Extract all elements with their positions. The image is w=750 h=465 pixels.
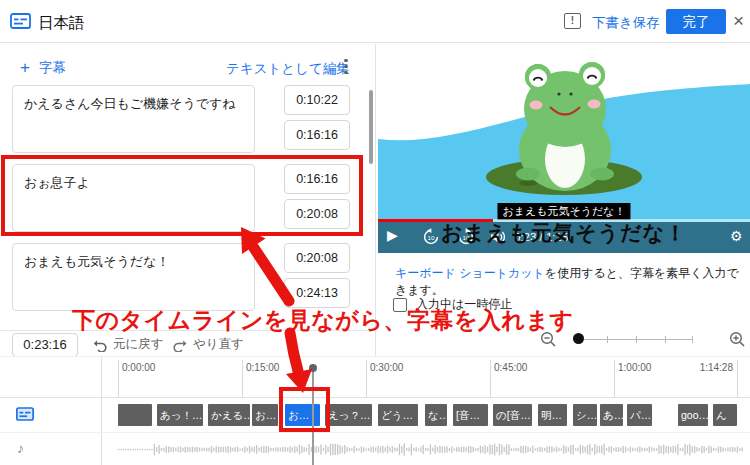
zoom-in-icon[interactable] [729, 331, 746, 348]
pause-while-typing-row: 入力中は一時停止 [393, 296, 512, 313]
zoom-slider-tick [636, 336, 637, 343]
zoom-slider-thumb[interactable] [573, 333, 584, 344]
panel-divider [375, 44, 376, 356]
scrollbar[interactable] [369, 90, 373, 164]
subtitle-times: 0:10:220:16:16 [284, 85, 350, 153]
timeline-segment[interactable]: シ… [573, 404, 597, 426]
timeline-segment[interactable]: な… [425, 404, 447, 426]
ruler-tick-line [490, 360, 491, 397]
timeline-segment[interactable]: どう… [378, 404, 418, 426]
feedback-icon[interactable]: ! [564, 13, 581, 29]
ruler-tick-label: 0:00:00 [122, 362, 155, 373]
subtitle-list: かえるさん今日もご機嫌そうですね0:10:220:16:16おぉ息子よ0:16:… [0, 85, 375, 322]
timeline-segment[interactable]: えっ？… [325, 404, 372, 426]
ruler-tick-label: 1:00:00 [618, 362, 651, 373]
zoom-slider-tick [692, 336, 693, 343]
ruler-tick-line [118, 360, 119, 397]
subtitle-editor-app: 日本語 ! 下書き保存 完了 × +字幕 テキストとして編集 かえるさん今日もご… [0, 0, 750, 465]
ruler-tick-line [366, 360, 367, 397]
start-time-box[interactable]: 0:16:16 [284, 164, 350, 194]
timeline-segment[interactable]: 明… [538, 404, 567, 426]
playhead-handle[interactable] [309, 364, 317, 372]
page-title: 日本語 [38, 13, 85, 34]
redo-button[interactable]: やり直す [173, 336, 244, 353]
zoom-slider-tick [665, 336, 666, 343]
ruler-tick-line [242, 360, 243, 397]
timeline-segment[interactable]: お… [285, 404, 320, 426]
zoom-slider-tick [607, 336, 608, 343]
timeline-segment[interactable]: [音… [453, 404, 488, 426]
pause-checkbox-label: 入力中は一時停止 [416, 296, 512, 313]
subtitle-times: 0:20:080:24:13 [284, 243, 350, 311]
subtitle-entry: おぉ息子よ0:16:160:20:08 [0, 164, 375, 232]
end-time-box[interactable]: 0:16:16 [284, 120, 350, 150]
audio-track-icon: ♪ [17, 440, 24, 456]
subtitle-text-input[interactable]: かえるさん今日もご機嫌そうですね [12, 85, 255, 153]
more-options-icon[interactable] [339, 56, 353, 78]
captions-icon [10, 13, 31, 33]
end-time-box[interactable]: 0:24:13 [284, 278, 350, 308]
ruler-tick-line [614, 360, 615, 397]
current-time-box[interactable]: 0:23:16 [12, 333, 78, 357]
timeline-segment[interactable]: ん [713, 404, 737, 426]
ruler-tick-line [737, 360, 738, 397]
save-draft-button[interactable]: 下書き保存 [592, 14, 660, 32]
playhead-line[interactable] [312, 368, 314, 465]
audio-waveform[interactable] [101, 433, 750, 465]
header: 日本語 ! 下書き保存 完了 × [0, 0, 750, 43]
playback-bar: 0:23:16 元に戻す やり直す [0, 330, 375, 356]
timeline-segment[interactable]: あっ！… [157, 404, 203, 426]
subtitle-entry: おまえも元気そうだな！0:20:080:24:13 [0, 243, 375, 311]
subtitle-text-input[interactable]: おぉ息子よ [12, 164, 255, 232]
timeline-segment[interactable]: goo… [678, 404, 708, 426]
video-player[interactable]: おまえも元気そうだな！ ▶ 10 10 0:23 / 1:15 ⚙ おまえも元気… [378, 47, 750, 253]
redo-icon [173, 338, 187, 352]
subtitle-times: 0:16:160:20:08 [284, 164, 350, 232]
timeline[interactable]: ♪ 0:00:000:15:000:30:000:45:001:00:001:1… [0, 356, 750, 465]
start-time-box[interactable]: 0:10:22 [284, 85, 350, 115]
close-icon[interactable]: × [733, 9, 744, 33]
undo-button[interactable]: 元に戻す [93, 336, 164, 353]
subtitle-track-icon[interactable] [16, 407, 34, 425]
end-time-box[interactable]: 0:20:08 [284, 199, 350, 229]
timeline-segment[interactable]: お… [252, 404, 278, 426]
ruler-tick-label: 0:45:00 [494, 362, 527, 373]
video-subtitle-chip: おまえも元気そうだな！ [497, 203, 630, 220]
timeline-segment[interactable]: あ… [600, 404, 623, 426]
timeline-zoom-control [540, 328, 750, 352]
ruler-tick-label: 0:30:00 [370, 362, 403, 373]
timeline-segment[interactable] [118, 404, 152, 426]
timeline-segment[interactable]: かえる… [208, 404, 250, 426]
video-caption-large: おまえも元気そうだな！ [378, 219, 750, 247]
plus-icon: + [20, 58, 30, 77]
timeline-segment[interactable]: の[音… [493, 404, 532, 426]
subtitle-text-input[interactable]: おまえも元気そうだな！ [12, 243, 255, 311]
keyboard-shortcut-link[interactable]: キーボード ショートカット [395, 266, 545, 280]
subtitle-panel: +字幕 テキストとして編集 かえるさん今日もご機嫌そうですね0:10:220:1… [0, 44, 375, 330]
undo-icon [93, 338, 107, 352]
edit-as-text-button[interactable]: テキストとして編集 [226, 60, 350, 78]
ruler-tick-label: 0:15:00 [246, 362, 279, 373]
subtitle-entry: かえるさん今日もご機嫌そうですね0:10:220:16:16 [0, 85, 375, 153]
timeline-segment[interactable]: パ… [627, 404, 652, 426]
ruler-tick-label: 1:14:28 [700, 362, 733, 373]
add-subtitle-button[interactable]: +字幕 [20, 58, 66, 78]
done-button[interactable]: 完了 [666, 9, 726, 34]
zoom-out-icon[interactable] [540, 331, 557, 348]
shortcut-tip: キーボード ショートカットを使用すると、字幕を素早く入力できます。 [395, 265, 740, 299]
pause-checkbox[interactable] [393, 298, 407, 312]
start-time-box[interactable]: 0:20:08 [284, 243, 350, 273]
ruler-divider [0, 397, 750, 398]
